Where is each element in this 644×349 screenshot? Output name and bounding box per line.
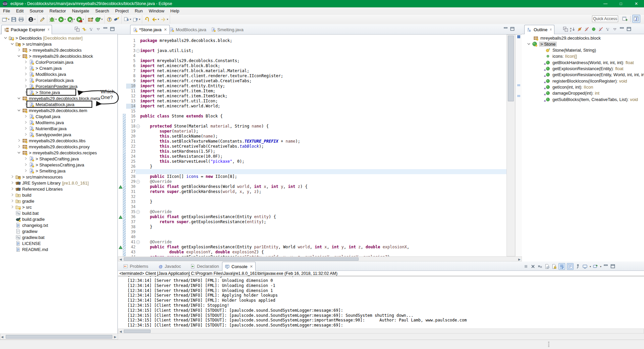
open-task-button[interactable]: ▾ [27, 16, 36, 23]
tree-item[interactable]: ?build [10, 192, 31, 198]
explorer-hscrollbar[interactable]: ◀ ▶ [0, 334, 118, 340]
prev-annotation-button[interactable]: ▾ [132, 16, 141, 23]
word-wrap-button[interactable] [558, 263, 565, 270]
scroll-left-icon[interactable]: ◀ [119, 258, 122, 261]
minimize-button[interactable]: — [598, 0, 613, 7]
chevron-right-icon[interactable] [17, 138, 21, 143]
link-with-editor-icon[interactable] [82, 27, 87, 32]
maximize-button[interactable]: □ [613, 0, 629, 7]
tree-item[interactable]: Referenced Libraries [10, 186, 63, 192]
hide-fields-icon[interactable] [577, 27, 582, 32]
debug-button[interactable]: ▾ [48, 16, 57, 23]
java-perspective-button[interactable]: J [632, 15, 640, 23]
tree-item[interactable]: JPorcelainBlock.java [23, 77, 73, 83]
tree-item[interactable]: JRE System Library [jre1.8.0_161] [10, 180, 89, 186]
override-marker-icon[interactable] [119, 246, 122, 249]
tab-stonejava[interactable]: J*Stone.java✕ [130, 25, 170, 34]
scroll-lock-button[interactable] [551, 264, 557, 269]
chevron-down-icon[interactable]: ▾ [139, 18, 140, 21]
menu-window[interactable]: Window [146, 8, 167, 14]
chevron-down-icon[interactable] [527, 42, 531, 46]
scroll-left-icon[interactable]: ◀ [119, 330, 122, 333]
chevron-down-icon[interactable] [17, 96, 21, 101]
tree-item[interactable]: LICENSE [10, 240, 41, 246]
close-button[interactable]: ✕ [629, 0, 644, 7]
tree-item[interactable]: mreyeballs29.decoblocks.block.meta [17, 95, 100, 101]
sort-icon[interactable]: az [570, 27, 575, 32]
run-button[interactable]: ▾ [57, 16, 66, 23]
chevron-down-icon[interactable]: ▾ [158, 18, 159, 21]
tree-item[interactable]: J> Stone.java [23, 89, 60, 95]
chevron-down-icon[interactable] [17, 150, 21, 155]
display-selected-button[interactable] [582, 264, 588, 269]
tree-item[interactable]: mreyeballs29.decoblocks.libs [17, 138, 86, 144]
tree-item[interactable]: changelog.txt [10, 222, 48, 228]
collapse-all-icon[interactable] [563, 27, 568, 32]
new-java-package-button[interactable] [87, 16, 94, 23]
tree-item[interactable]: > src/main/java [10, 41, 52, 47]
remove-launch-button[interactable] [530, 264, 536, 269]
chevron-right-icon[interactable] [23, 114, 28, 119]
close-icon[interactable]: ✕ [164, 28, 167, 32]
scroll-right-icon[interactable]: ▶ [114, 335, 116, 339]
terminate-button[interactable] [523, 264, 529, 269]
menu-refactor[interactable]: Refactor [47, 8, 69, 14]
tab-declaration[interactable]: Declaration [188, 262, 221, 271]
outline-item[interactable]: icons : IIcon[] [545, 53, 577, 59]
chevron-down-icon[interactable]: ▾ [8, 18, 9, 21]
clear-console-button[interactable] [544, 264, 550, 269]
chevron-right-icon[interactable] [10, 181, 15, 185]
tree-item[interactable]: > src [10, 204, 32, 210]
tree-item[interactable]: JClayball.java [23, 113, 60, 119]
back-button[interactable]: ▾ [151, 16, 160, 23]
outline-item[interactable]: > Stone [527, 41, 557, 47]
open-type-button[interactable]: T [106, 16, 113, 23]
chevron-right-icon[interactable] [10, 174, 15, 179]
chevron-right-icon[interactable] [10, 187, 15, 191]
fold-minus-icon[interactable]: − [136, 49, 140, 53]
override-marker-icon[interactable] [119, 185, 122, 189]
pin-console-button[interactable] [575, 264, 581, 269]
minimize-view-icon[interactable] [503, 27, 508, 32]
minimize-view-icon[interactable] [103, 27, 108, 32]
tree-item[interactable]: J> Smelting.java [23, 168, 65, 174]
chevron-down-icon[interactable]: ▾ [590, 265, 591, 268]
chevron-right-icon[interactable] [17, 48, 21, 52]
chevron-down-icon[interactable]: ▾ [64, 18, 66, 21]
tab-smeltingjava[interactable]: JSmelting.java [209, 25, 246, 34]
tree-item[interactable]: > mreyeballs29.decoblocks.block [17, 53, 93, 59]
chevron-down-icon[interactable]: ▾ [83, 18, 84, 21]
close-icon[interactable]: ☓ [550, 28, 552, 32]
hide-static-icon[interactable]: S [584, 27, 589, 32]
open-perspective-button[interactable] [621, 15, 629, 22]
chevron-down-icon[interactable] [17, 108, 21, 113]
chevron-down-icon[interactable] [10, 42, 15, 46]
chevron-right-icon[interactable] [23, 168, 28, 173]
chevron-right-icon[interactable] [23, 60, 28, 64]
maximize-view-icon[interactable] [626, 27, 632, 32]
tree-item[interactable]: build.bat [10, 210, 39, 216]
forward-button[interactable]: ▾ [160, 16, 169, 23]
menu-help[interactable]: Help [167, 8, 182, 14]
tab-package-explorer[interactable]: Package Explorer ☓ [1, 25, 52, 34]
tree-item[interactable]: JPorcelainPowder.java [23, 83, 77, 89]
outline-item[interactable]: getExplosionResistance(Entity) : float [545, 66, 624, 72]
outline-item[interactable]: getExplosionResistance(Entity, World, in… [545, 72, 644, 78]
chevron-right-icon[interactable] [23, 162, 28, 167]
outline-item[interactable]: damageDropped(int) : int [545, 90, 599, 96]
tree-item[interactable]: JNutrientBar.java [23, 126, 67, 132]
outline-item[interactable]: getBlockHardness(World, int, int, int) :… [545, 59, 634, 65]
menu-file[interactable]: File [0, 8, 13, 14]
tree-item[interactable]: build.gradle [10, 216, 45, 222]
fold-minus-icon[interactable]: − [136, 210, 140, 214]
outline-item[interactable]: mreyeballs29.decoblocks.block [533, 35, 601, 41]
chevron-down-icon[interactable] [3, 36, 8, 40]
tab-outline[interactable]: Outline ☓ [524, 25, 554, 34]
chevron-right-icon[interactable] [23, 72, 28, 77]
external-tools-button[interactable]: ▾ [75, 16, 85, 23]
minimize-view-icon[interactable] [619, 27, 625, 32]
tab-modblocksjava[interactable]: JModBlocks.java [167, 25, 209, 34]
chevron-down-icon[interactable]: ▾ [130, 18, 131, 21]
scroll-right-icon[interactable]: ▶ [518, 258, 521, 261]
editor-vscrollbar[interactable] [506, 35, 515, 256]
